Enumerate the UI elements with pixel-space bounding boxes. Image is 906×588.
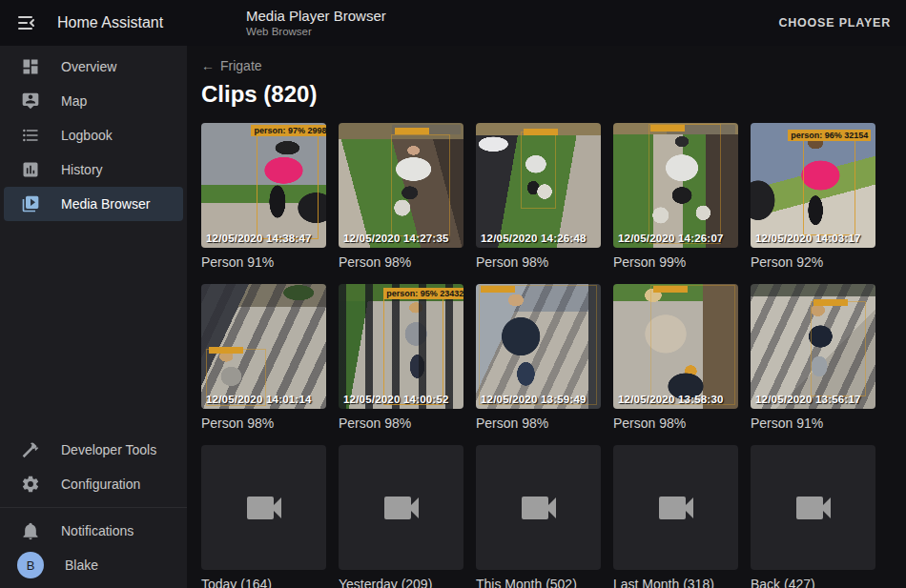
clip-thumbnail[interactable]: 12/05/2020 13:58:30 — [613, 284, 738, 409]
folder-thumbnail[interactable] — [751, 445, 875, 570]
clip-caption: Person 98% — [613, 416, 738, 431]
sidebar-item-notifications[interactable]: Notifications — [4, 514, 183, 548]
clip-timestamp: 12/05/2020 14:38:47 — [206, 233, 312, 244]
folder-caption: Last Month (318) — [613, 577, 738, 588]
detection-bbox — [521, 132, 556, 209]
clip-item[interactable]: 12/05/2020 13:59:49 Person 98% — [476, 284, 601, 431]
folder-item-yesterday[interactable]: Yesterday (209) — [339, 445, 463, 588]
clip-item[interactable]: 12/05/2020 14:26:48 Person 98% — [476, 123, 601, 270]
clip-item[interactable]: 12/05/2020 13:56:17 Person 91% — [751, 284, 875, 431]
clip-thumbnail[interactable]: 12/05/2020 14:26:48 — [476, 123, 601, 248]
view-dashboard-icon — [21, 57, 40, 76]
clip-caption: Person 91% — [751, 416, 875, 431]
folder-thumbnail[interactable] — [476, 445, 601, 570]
detection-bbox — [479, 285, 597, 405]
folder-caption: Today (164) — [201, 577, 326, 588]
clip-item[interactable]: 12/05/2020 14:01:14 Person 98% — [201, 284, 326, 431]
video-camera-icon — [791, 485, 836, 531]
sidebar: Overview Map Logbook History Media Brows… — [0, 46, 187, 588]
sidebar-item-developer-tools[interactable]: Developer Tools — [4, 433, 183, 467]
clip-timestamp: 12/05/2020 14:01:14 — [206, 394, 312, 405]
chart-box-icon — [21, 160, 40, 179]
clip-timestamp: 12/05/2020 14:27:35 — [343, 233, 449, 244]
format-list-bulleted-icon — [21, 126, 40, 145]
detection-label — [650, 125, 685, 132]
clip-caption: Person 92% — [751, 254, 875, 270]
sidebar-toggle-icon[interactable] — [15, 11, 38, 34]
sidebar-spacer — [0, 221, 187, 433]
clip-thumbnail[interactable]: person: 95% 23432 12/05/2020 14:00:52 — [339, 284, 463, 409]
sidebar-item-label: Overview — [61, 59, 116, 74]
clip-item[interactable]: 12/05/2020 13:58:30 Person 98% — [613, 284, 738, 431]
hammer-icon — [21, 440, 40, 459]
sidebar-item-media-browser[interactable]: Media Browser — [4, 187, 183, 221]
clip-thumbnail[interactable]: 12/05/2020 13:56:17 — [751, 284, 875, 409]
media-title-block: Media Player Browser Web Browser — [246, 8, 386, 38]
clip-caption: Person 99% — [613, 254, 738, 270]
clip-caption: Person 98% — [476, 254, 601, 270]
sidebar-item-map[interactable]: Map — [4, 84, 183, 118]
folder-thumbnail[interactable] — [339, 445, 463, 570]
folder-item-this-month[interactable]: This Month (502) — [476, 445, 601, 588]
folder-caption: This Month (502) — [476, 577, 601, 588]
breadcrumb-back[interactable]: ← Frigate — [201, 58, 262, 73]
gear-icon — [21, 475, 40, 494]
video-camera-icon — [653, 485, 699, 531]
avatar: B — [17, 552, 44, 578]
video-camera-icon — [379, 485, 424, 531]
clip-thumbnail[interactable]: 12/05/2020 14:26:07 — [613, 123, 738, 248]
clip-timestamp: 12/05/2020 13:58:30 — [618, 394, 724, 405]
clip-item[interactable]: 12/05/2020 14:26:07 Person 99% — [613, 123, 738, 270]
sidebar-item-label: Logbook — [61, 128, 113, 143]
app-bar-main: Media Player Browser Web Browser CHOOSE … — [187, 8, 906, 38]
clip-thumbnail[interactable]: person: 96% 32154 12/05/2020 14:03:17 — [751, 123, 875, 248]
folder-item-today[interactable]: Today (164) — [201, 445, 326, 588]
clip-item[interactable]: 12/05/2020 14:27:35 Person 98% — [339, 123, 463, 270]
clip-thumbnail[interactable]: 12/05/2020 14:01:14 — [201, 284, 326, 409]
page-title: Clips (820) — [201, 81, 892, 108]
app-bar: Home Assistant Media Player Browser Web … — [0, 0, 906, 46]
detection-label: person: 95% 23432 — [383, 288, 463, 299]
clip-item[interactable]: person: 97% 29988 12/05/2020 14:38:47 Pe… — [201, 123, 326, 270]
detection-label: person: 97% 29988 — [251, 125, 326, 136]
clip-timestamp: 12/05/2020 13:59:49 — [481, 394, 587, 405]
clip-thumbnail[interactable]: 12/05/2020 14:27:35 — [339, 123, 463, 248]
detection-bbox — [803, 135, 855, 235]
clip-item[interactable]: person: 95% 23432 12/05/2020 14:00:52 Pe… — [339, 284, 463, 431]
sidebar-item-label: Media Browser — [61, 196, 150, 212]
clip-caption: Person 98% — [201, 416, 326, 431]
folder-item-back[interactable]: Back (427) — [751, 445, 875, 588]
sidebar-item-overview[interactable]: Overview — [4, 50, 183, 84]
folder-item-last-month[interactable]: Last Month (318) — [613, 445, 738, 588]
sidebar-item-logbook[interactable]: Logbook — [4, 118, 183, 152]
back-arrow-icon: ← — [201, 58, 215, 73]
clip-thumbnail[interactable]: person: 97% 29988 12/05/2020 14:38:47 — [201, 123, 326, 248]
sidebar-item-history[interactable]: History — [4, 152, 183, 187]
clip-caption: Person 98% — [339, 254, 463, 270]
page-header-title: Media Player Browser — [246, 8, 386, 25]
app-bar-left: Home Assistant — [0, 11, 187, 34]
detection-bbox — [257, 126, 319, 239]
media-browser-content: ← Frigate Clips (820) person: 97% 29988 … — [187, 46, 906, 588]
detection-label — [653, 286, 688, 293]
sidebar-item-configuration[interactable]: Configuration — [4, 467, 183, 501]
folder-caption: Back (427) — [751, 577, 875, 588]
choose-player-button[interactable]: CHOOSE PLAYER — [778, 16, 891, 30]
sidebar-item-user[interactable]: B Blake — [4, 548, 183, 582]
detection-label — [813, 299, 848, 306]
bell-icon — [21, 521, 40, 540]
clip-thumbnail[interactable]: 12/05/2020 13:59:49 — [476, 284, 601, 409]
clip-item[interactable]: person: 96% 32154 12/05/2020 14:03:17 Pe… — [751, 123, 875, 270]
user-name-label: Blake — [65, 558, 98, 573]
clip-caption: Person 98% — [476, 416, 601, 431]
folder-thumbnail[interactable] — [201, 445, 326, 570]
video-camera-icon — [516, 485, 562, 531]
folder-thumbnail[interactable] — [613, 445, 738, 570]
sidebar-item-label: Configuration — [61, 476, 140, 492]
detection-bbox — [383, 293, 443, 405]
play-box-multiple-icon — [21, 194, 40, 213]
back-label: Frigate — [220, 58, 262, 73]
clip-timestamp: 12/05/2020 14:26:07 — [618, 233, 724, 244]
clip-caption: Person 91% — [201, 254, 326, 270]
detection-bbox — [391, 134, 450, 236]
